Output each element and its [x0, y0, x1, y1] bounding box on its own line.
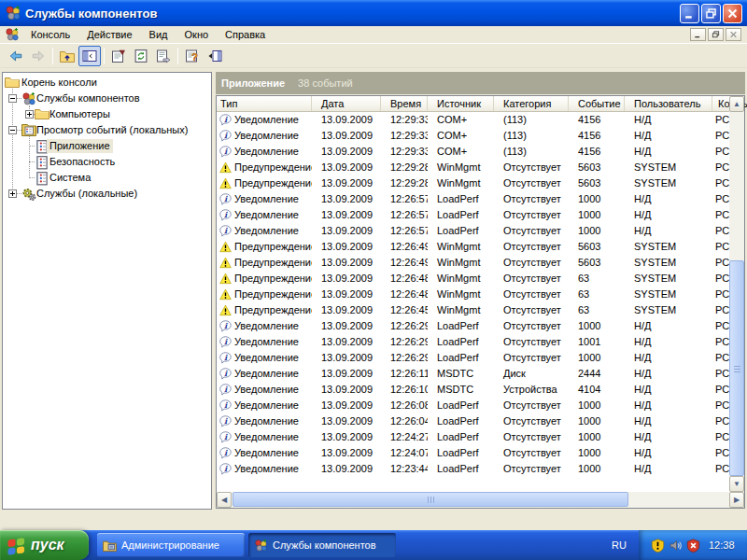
event-row[interactable]: iУведомление13.09.200912:26:11MSDTCДиск2…	[217, 366, 729, 382]
menu-справка[interactable]: Справка	[217, 27, 274, 42]
tree-item[interactable]: Компьютеры	[3, 106, 211, 122]
tree-item-label[interactable]: Просмотр событий (локальных)	[34, 123, 190, 137]
event-row[interactable]: iУведомление13.09.200912:29:33COM+(113)4…	[217, 144, 729, 160]
start-button[interactable]: пуск	[0, 530, 89, 560]
tree-item-label[interactable]: Службы компонентов	[34, 91, 143, 105]
show-panel-button[interactable]	[204, 46, 226, 66]
scroll-down-button[interactable]: ▼	[729, 476, 744, 492]
security-alert-icon[interactable]	[686, 539, 700, 553]
event-row[interactable]: Предупреждение13.09.200912:29:28WinMgmtО…	[217, 160, 729, 175]
event-row[interactable]: iУведомление13.09.200912:26:57LoadPerfОт…	[217, 223, 729, 239]
event-type-cell: iУведомление	[217, 445, 312, 461]
event-row[interactable]: iУведомление13.09.200912:24:27LoadPerfОт…	[217, 429, 729, 445]
clock[interactable]: 12:38	[709, 539, 735, 551]
event-row[interactable]: Предупреждение13.09.200912:26:45WinMgmtО…	[217, 302, 729, 318]
event-time: 12:23:44	[381, 461, 428, 477]
event-type-cell: iУведомление	[217, 112, 312, 128]
event-row[interactable]: iУведомление13.09.200912:29:33COM+(113)4…	[217, 128, 729, 144]
menu-действие[interactable]: Действие	[78, 27, 140, 42]
properties-button[interactable]	[107, 46, 130, 66]
forward-button[interactable]	[27, 46, 49, 66]
tree-item[interactable]: Просмотр событий (локальных)	[3, 122, 211, 138]
tree-expander-plus[interactable]	[8, 189, 17, 198]
event-row[interactable]: iУведомление13.09.200912:23:44LoadPerfОт…	[217, 461, 729, 477]
horizontal-scrollbar[interactable]: ◀ ▶	[217, 492, 744, 508]
column-header-5[interactable]: Событие	[569, 96, 625, 111]
event-category: Отсутствует	[494, 239, 569, 255]
event-row[interactable]: Предупреждение13.09.200912:26:49WinMgmtО…	[217, 239, 729, 255]
event-row[interactable]: iУведомление13.09.200912:26:29LoadPerfОт…	[217, 350, 729, 366]
help-button[interactable]: ?	[181, 46, 204, 66]
event-time: 12:24:27	[381, 429, 428, 445]
event-row[interactable]: iУведомление13.09.200912:26:29LoadPerfОт…	[217, 318, 729, 334]
tree-item-label[interactable]: Компьютеры	[47, 107, 113, 121]
tree-item-label[interactable]: Система	[47, 171, 93, 185]
column-header-0[interactable]: Тип	[217, 96, 312, 111]
event-row[interactable]: iУведомление13.09.200912:26:57LoadPerfОт…	[217, 191, 729, 207]
column-header-1[interactable]: Дата	[312, 96, 381, 111]
minimize-button[interactable]	[680, 4, 699, 23]
tree-item-label[interactable]: Корень консоли	[19, 76, 100, 90]
tree-item[interactable]: Система	[3, 170, 211, 186]
event-row[interactable]: Предупреждение13.09.200912:29:28WinMgmtО…	[217, 175, 729, 191]
export-list-button[interactable]	[152, 46, 175, 66]
show-tree-button[interactable]	[78, 46, 101, 66]
event-row[interactable]: Предупреждение13.09.200912:26:48WinMgmtО…	[217, 271, 729, 287]
tree-item-label[interactable]: Службы (локальные)	[34, 187, 140, 201]
tree-item[interactable]: Службы (локальные)	[3, 186, 211, 202]
mdi-minimize-button[interactable]	[690, 28, 706, 41]
event-row[interactable]: iУведомление13.09.200912:24:07LoadPerfОт…	[217, 445, 729, 461]
menu-консоль[interactable]: Консоль	[22, 27, 78, 42]
event-row[interactable]: Предупреждение13.09.200912:26:48WinMgmtО…	[217, 287, 729, 302]
event-type-label: Предупреждение	[234, 175, 312, 191]
taskbar-button-1[interactable]: Администрирование	[97, 533, 245, 557]
vertical-scrollbar[interactable]: ▲ ▼	[729, 96, 744, 492]
close-button[interactable]	[723, 4, 742, 23]
event-row[interactable]: iУведомление13.09.200912:29:33COM+(113)4…	[217, 112, 729, 128]
scroll-up-button[interactable]: ▲	[729, 96, 744, 112]
event-type-label: Уведомление	[234, 223, 299, 239]
back-button[interactable]	[5, 46, 27, 66]
event-category: Отсутствует	[494, 334, 569, 350]
event-row[interactable]: iУведомление13.09.200912:26:57LoadPerfОт…	[217, 207, 729, 223]
refresh-button[interactable]	[130, 46, 152, 66]
event-row[interactable]: iУведомление13.09.200912:26:04LoadPerfОт…	[217, 413, 729, 429]
tree-expander-minus[interactable]	[8, 94, 17, 103]
tree-item[interactable]: Безопасность	[3, 154, 211, 170]
vertical-scroll-thumb[interactable]	[729, 260, 744, 476]
scroll-right-button[interactable]: ▶	[729, 492, 744, 508]
scroll-left-button[interactable]: ◀	[217, 492, 232, 508]
security-warning-icon[interactable]	[651, 539, 665, 553]
tree-expander-minus[interactable]	[8, 126, 17, 134]
column-header-2[interactable]: Время	[381, 96, 428, 111]
column-header-3[interactable]: Источник	[428, 96, 494, 111]
mdi-window-icon[interactable]	[5, 27, 20, 42]
event-type-cell: iУведомление	[217, 223, 312, 239]
event-time: 12:29:33	[381, 112, 428, 128]
tree-expander-plus[interactable]	[25, 110, 34, 119]
event-source: LoadPerf	[428, 445, 494, 461]
taskbar-button-2[interactable]: Службы компонентов	[248, 533, 396, 557]
event-type-label: Уведомление	[234, 318, 299, 334]
mdi-restore-button[interactable]	[708, 28, 724, 41]
menu-окно[interactable]: Окно	[176, 27, 218, 42]
event-row[interactable]: iУведомление13.09.200912:26:29LoadPerfОт…	[217, 334, 729, 350]
tree-item[interactable]: Службы компонентов	[3, 91, 211, 106]
event-type-label: Предупреждение	[234, 239, 312, 255]
language-indicator[interactable]: RU	[602, 530, 636, 560]
restore-button[interactable]	[701, 4, 721, 23]
mdi-close-button[interactable]	[726, 28, 741, 41]
tree-item-label[interactable]: Безопасность	[47, 155, 118, 169]
horizontal-scroll-thumb[interactable]	[233, 492, 628, 507]
column-header-6[interactable]: Пользователь	[625, 96, 712, 111]
tree-item[interactable]: Корень консоли	[3, 75, 211, 91]
event-row[interactable]: iУведомление13.09.200912:26:10MSDTCУстро…	[217, 382, 729, 398]
volume-icon[interactable]	[669, 539, 683, 553]
event-row[interactable]: iУведомление13.09.200912:26:08LoadPerfОт…	[217, 398, 729, 413]
menu-вид[interactable]: Вид	[141, 27, 176, 42]
tree-item-label[interactable]: Приложение	[47, 139, 113, 153]
column-header-4[interactable]: Категория	[494, 96, 569, 111]
up-level-button[interactable]	[56, 46, 78, 66]
tree-item[interactable]: Приложение	[3, 138, 211, 154]
event-row[interactable]: Предупреждение13.09.200912:26:49WinMgmtО…	[217, 255, 729, 271]
